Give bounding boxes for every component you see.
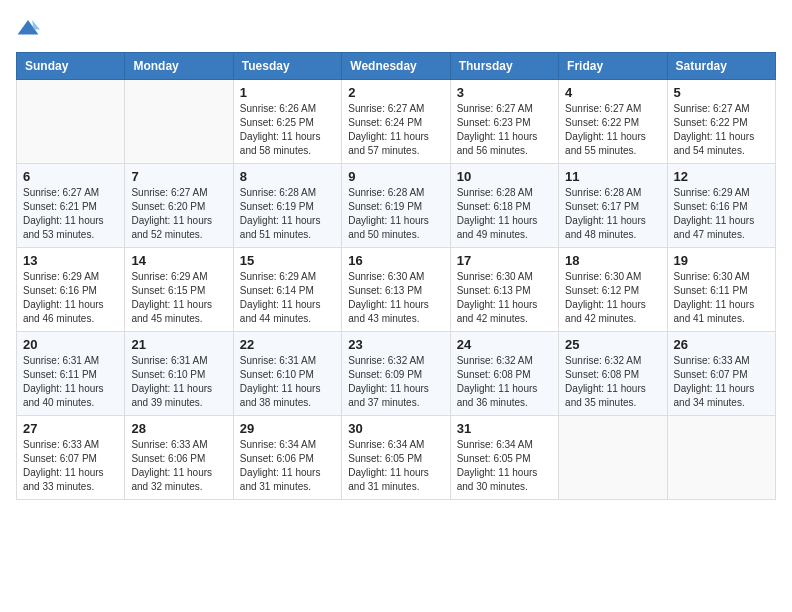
day-info: Sunrise: 6:28 AMSunset: 6:19 PMDaylight:… [240, 186, 335, 242]
day-number: 5 [674, 85, 769, 100]
day-info: Sunrise: 6:31 AMSunset: 6:10 PMDaylight:… [131, 354, 226, 410]
day-info: Sunrise: 6:34 AMSunset: 6:05 PMDaylight:… [348, 438, 443, 494]
day-info: Sunrise: 6:28 AMSunset: 6:18 PMDaylight:… [457, 186, 552, 242]
day-info: Sunrise: 6:32 AMSunset: 6:08 PMDaylight:… [457, 354, 552, 410]
day-number: 3 [457, 85, 552, 100]
day-number: 28 [131, 421, 226, 436]
page-header [16, 16, 776, 40]
day-number: 29 [240, 421, 335, 436]
day-number: 17 [457, 253, 552, 268]
calendar-cell: 2Sunrise: 6:27 AMSunset: 6:24 PMDaylight… [342, 80, 450, 164]
calendar-cell: 9Sunrise: 6:28 AMSunset: 6:19 PMDaylight… [342, 164, 450, 248]
calendar-cell: 28Sunrise: 6:33 AMSunset: 6:06 PMDayligh… [125, 416, 233, 500]
calendar-cell: 12Sunrise: 6:29 AMSunset: 6:16 PMDayligh… [667, 164, 775, 248]
day-info: Sunrise: 6:27 AMSunset: 6:22 PMDaylight:… [674, 102, 769, 158]
day-info: Sunrise: 6:34 AMSunset: 6:05 PMDaylight:… [457, 438, 552, 494]
calendar-body: 1Sunrise: 6:26 AMSunset: 6:25 PMDaylight… [17, 80, 776, 500]
calendar-week-row: 1Sunrise: 6:26 AMSunset: 6:25 PMDaylight… [17, 80, 776, 164]
calendar-cell: 26Sunrise: 6:33 AMSunset: 6:07 PMDayligh… [667, 332, 775, 416]
day-number: 30 [348, 421, 443, 436]
day-number: 21 [131, 337, 226, 352]
day-number: 15 [240, 253, 335, 268]
weekday-header-thursday: Thursday [450, 53, 558, 80]
calendar-cell: 14Sunrise: 6:29 AMSunset: 6:15 PMDayligh… [125, 248, 233, 332]
day-number: 1 [240, 85, 335, 100]
day-info: Sunrise: 6:26 AMSunset: 6:25 PMDaylight:… [240, 102, 335, 158]
calendar-header: SundayMondayTuesdayWednesdayThursdayFrid… [17, 53, 776, 80]
day-info: Sunrise: 6:29 AMSunset: 6:14 PMDaylight:… [240, 270, 335, 326]
calendar-week-row: 27Sunrise: 6:33 AMSunset: 6:07 PMDayligh… [17, 416, 776, 500]
day-info: Sunrise: 6:29 AMSunset: 6:16 PMDaylight:… [674, 186, 769, 242]
day-number: 8 [240, 169, 335, 184]
calendar-cell: 19Sunrise: 6:30 AMSunset: 6:11 PMDayligh… [667, 248, 775, 332]
calendar-cell: 17Sunrise: 6:30 AMSunset: 6:13 PMDayligh… [450, 248, 558, 332]
day-number: 19 [674, 253, 769, 268]
day-number: 9 [348, 169, 443, 184]
calendar-cell: 11Sunrise: 6:28 AMSunset: 6:17 PMDayligh… [559, 164, 667, 248]
calendar-cell: 22Sunrise: 6:31 AMSunset: 6:10 PMDayligh… [233, 332, 341, 416]
day-number: 10 [457, 169, 552, 184]
day-info: Sunrise: 6:32 AMSunset: 6:09 PMDaylight:… [348, 354, 443, 410]
calendar-table: SundayMondayTuesdayWednesdayThursdayFrid… [16, 52, 776, 500]
calendar-week-row: 13Sunrise: 6:29 AMSunset: 6:16 PMDayligh… [17, 248, 776, 332]
calendar-cell: 24Sunrise: 6:32 AMSunset: 6:08 PMDayligh… [450, 332, 558, 416]
day-number: 23 [348, 337, 443, 352]
calendar-cell: 25Sunrise: 6:32 AMSunset: 6:08 PMDayligh… [559, 332, 667, 416]
calendar-cell: 21Sunrise: 6:31 AMSunset: 6:10 PMDayligh… [125, 332, 233, 416]
day-info: Sunrise: 6:31 AMSunset: 6:10 PMDaylight:… [240, 354, 335, 410]
day-number: 25 [565, 337, 660, 352]
day-info: Sunrise: 6:33 AMSunset: 6:06 PMDaylight:… [131, 438, 226, 494]
day-number: 2 [348, 85, 443, 100]
day-number: 14 [131, 253, 226, 268]
calendar-cell: 13Sunrise: 6:29 AMSunset: 6:16 PMDayligh… [17, 248, 125, 332]
day-number: 12 [674, 169, 769, 184]
weekday-header-tuesday: Tuesday [233, 53, 341, 80]
calendar-cell: 10Sunrise: 6:28 AMSunset: 6:18 PMDayligh… [450, 164, 558, 248]
weekday-header-monday: Monday [125, 53, 233, 80]
day-info: Sunrise: 6:30 AMSunset: 6:12 PMDaylight:… [565, 270, 660, 326]
day-number: 18 [565, 253, 660, 268]
calendar-cell: 31Sunrise: 6:34 AMSunset: 6:05 PMDayligh… [450, 416, 558, 500]
calendar-cell [559, 416, 667, 500]
day-number: 13 [23, 253, 118, 268]
day-info: Sunrise: 6:33 AMSunset: 6:07 PMDaylight:… [674, 354, 769, 410]
calendar-cell [17, 80, 125, 164]
calendar-cell: 18Sunrise: 6:30 AMSunset: 6:12 PMDayligh… [559, 248, 667, 332]
calendar-cell: 6Sunrise: 6:27 AMSunset: 6:21 PMDaylight… [17, 164, 125, 248]
weekday-header-friday: Friday [559, 53, 667, 80]
day-info: Sunrise: 6:27 AMSunset: 6:20 PMDaylight:… [131, 186, 226, 242]
day-info: Sunrise: 6:29 AMSunset: 6:15 PMDaylight:… [131, 270, 226, 326]
day-info: Sunrise: 6:30 AMSunset: 6:13 PMDaylight:… [348, 270, 443, 326]
day-number: 22 [240, 337, 335, 352]
calendar-cell: 27Sunrise: 6:33 AMSunset: 6:07 PMDayligh… [17, 416, 125, 500]
day-number: 31 [457, 421, 552, 436]
calendar-week-row: 6Sunrise: 6:27 AMSunset: 6:21 PMDaylight… [17, 164, 776, 248]
day-info: Sunrise: 6:33 AMSunset: 6:07 PMDaylight:… [23, 438, 118, 494]
day-number: 7 [131, 169, 226, 184]
logo-icon [16, 16, 40, 40]
day-number: 4 [565, 85, 660, 100]
calendar-week-row: 20Sunrise: 6:31 AMSunset: 6:11 PMDayligh… [17, 332, 776, 416]
day-info: Sunrise: 6:28 AMSunset: 6:17 PMDaylight:… [565, 186, 660, 242]
calendar-cell: 8Sunrise: 6:28 AMSunset: 6:19 PMDaylight… [233, 164, 341, 248]
calendar-cell: 3Sunrise: 6:27 AMSunset: 6:23 PMDaylight… [450, 80, 558, 164]
calendar-cell: 15Sunrise: 6:29 AMSunset: 6:14 PMDayligh… [233, 248, 341, 332]
calendar-cell: 16Sunrise: 6:30 AMSunset: 6:13 PMDayligh… [342, 248, 450, 332]
day-info: Sunrise: 6:29 AMSunset: 6:16 PMDaylight:… [23, 270, 118, 326]
day-info: Sunrise: 6:27 AMSunset: 6:22 PMDaylight:… [565, 102, 660, 158]
calendar-cell: 1Sunrise: 6:26 AMSunset: 6:25 PMDaylight… [233, 80, 341, 164]
weekday-header-wednesday: Wednesday [342, 53, 450, 80]
day-info: Sunrise: 6:27 AMSunset: 6:24 PMDaylight:… [348, 102, 443, 158]
day-number: 11 [565, 169, 660, 184]
day-info: Sunrise: 6:34 AMSunset: 6:06 PMDaylight:… [240, 438, 335, 494]
day-number: 20 [23, 337, 118, 352]
day-info: Sunrise: 6:27 AMSunset: 6:23 PMDaylight:… [457, 102, 552, 158]
calendar-cell [667, 416, 775, 500]
calendar-cell: 30Sunrise: 6:34 AMSunset: 6:05 PMDayligh… [342, 416, 450, 500]
day-number: 26 [674, 337, 769, 352]
calendar-cell: 5Sunrise: 6:27 AMSunset: 6:22 PMDaylight… [667, 80, 775, 164]
day-info: Sunrise: 6:28 AMSunset: 6:19 PMDaylight:… [348, 186, 443, 242]
calendar-cell [125, 80, 233, 164]
day-number: 6 [23, 169, 118, 184]
logo [16, 16, 44, 40]
